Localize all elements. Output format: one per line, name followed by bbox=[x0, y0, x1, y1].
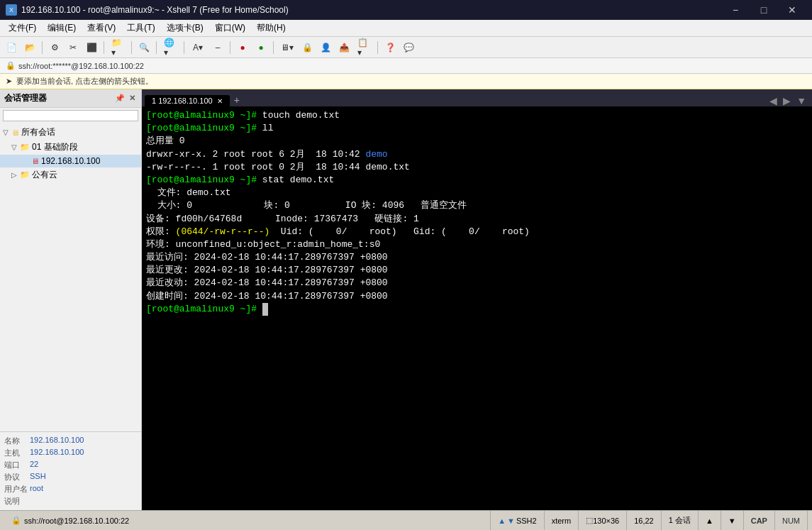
toolbar-sep-1 bbox=[42, 41, 43, 54]
tab-nav-next[interactable]: ▶ bbox=[780, 95, 794, 106]
tab-nav-menu[interactable]: ▼ bbox=[794, 95, 809, 106]
num-badge: NUM bbox=[782, 517, 800, 525]
toolbar-sep-7 bbox=[273, 41, 274, 54]
sidebar-search-input[interactable] bbox=[3, 110, 138, 121]
status-sessions-text: 1 会话 bbox=[669, 515, 691, 526]
status-nav-down[interactable]: ▼ bbox=[721, 511, 744, 530]
tab-session-1[interactable]: 1 192.168.10.100 ✕ bbox=[145, 95, 230, 106]
status-term: xterm bbox=[545, 511, 579, 530]
sidebar: 会话管理器 📌 ✕ ▽ 🖥 所有会话 ▽ 📁 01 基础阶段 bbox=[0, 89, 142, 510]
toolbar-btn-6[interactable]: 🔍 bbox=[135, 40, 152, 55]
toolbar-btn-9[interactable]: – bbox=[209, 40, 226, 55]
menu-bar: 文件(F) 编辑(E) 查看(V) 工具(T) 选项卡(B) 窗口(W) 帮助(… bbox=[0, 20, 812, 37]
status-nav-up[interactable]: ▲ bbox=[699, 511, 721, 530]
status-term-text: xterm bbox=[552, 517, 572, 525]
status-protocol-text: SSH2 bbox=[516, 517, 537, 525]
tab-bar: 1 192.168.10.100 ✕ + ◀ ▶ ▼ bbox=[142, 89, 812, 106]
open-button[interactable]: 📂 bbox=[21, 40, 38, 55]
server-icon: 🖥 bbox=[31, 157, 39, 165]
status-pos-text: 16,22 bbox=[634, 517, 654, 525]
toolbar-btn-7[interactable]: 🌐▾ bbox=[160, 40, 180, 55]
menu-edit[interactable]: 编辑(E) bbox=[42, 21, 82, 35]
maximize-button[interactable]: □ bbox=[750, 0, 778, 20]
sidebar-pin-button[interactable]: 📌 bbox=[113, 94, 126, 103]
conn-label-port: 端口 bbox=[4, 460, 30, 470]
tree-item-all-sessions[interactable]: ▽ 🖥 所有会话 bbox=[0, 125, 141, 140]
tab-label-1: 1 192.168.10.100 bbox=[152, 96, 213, 105]
tree-label-server: 192.168.10.100 bbox=[41, 156, 100, 166]
conn-row-name: 名称 192.168.10.100 bbox=[0, 435, 141, 447]
menu-file[interactable]: 文件(F) bbox=[3, 21, 42, 35]
toolbar-sep-2 bbox=[104, 41, 104, 54]
toolbar-btn-12[interactable]: 👤 bbox=[317, 40, 334, 55]
toolbar-btn-red[interactable]: ● bbox=[234, 40, 251, 55]
main-area: 会话管理器 📌 ✕ ▽ 🖥 所有会话 ▽ 📁 01 基础阶段 bbox=[0, 89, 812, 510]
window-title: 192.168.10.100 - root@almalinux9:~ - Xsh… bbox=[21, 5, 289, 15]
status-protocol: ▲ ▼ SSH2 bbox=[491, 511, 545, 530]
toolbar: 📄 📂 ⚙ ✂ ⬛ 📁▾ 🔍 🌐▾ A▾ – ● ● 🖥▾ 🔒 👤 📤 📋▾ ❓… bbox=[0, 37, 812, 58]
toolbar-btn-green[interactable]: ● bbox=[252, 40, 269, 55]
new-session-button[interactable]: 📄 bbox=[3, 40, 20, 55]
conn-label-name: 名称 bbox=[4, 436, 30, 446]
status-bar: 🔒 ssh://root@192.168.10.100:22 ▲ ▼ SSH2 … bbox=[0, 510, 812, 530]
menu-view[interactable]: 查看(V) bbox=[82, 21, 121, 35]
status-path: 🔒 ssh://root@192.168.10.100:22 bbox=[4, 511, 491, 530]
toolbar-sep-5 bbox=[184, 41, 184, 54]
tree-item-cloud[interactable]: ▷ 📁 公有云 bbox=[0, 167, 141, 182]
tab-add-button[interactable]: + bbox=[230, 94, 244, 106]
toolbar-btn-15[interactable]: 💬 bbox=[400, 40, 417, 55]
expand-icon-cloud: ▷ bbox=[11, 171, 20, 179]
menu-help[interactable]: 帮助(H) bbox=[251, 21, 291, 35]
address-bar: 🔒 ssh://root:******@192.168.10.100:22 bbox=[0, 58, 812, 74]
toolbar-btn-11[interactable]: 🔒 bbox=[299, 40, 316, 55]
tree-item-basics[interactable]: ▽ 📁 01 基础阶段 bbox=[0, 140, 141, 155]
conn-row-username: 用户名 root bbox=[0, 483, 141, 495]
notif-bar: ➤ 要添加当前会话, 点击左侧的箭头按钮。 bbox=[0, 74, 812, 89]
toolbar-sep-3 bbox=[131, 41, 132, 54]
menu-window[interactable]: 窗口(W) bbox=[209, 21, 251, 35]
status-cap: CAP bbox=[744, 511, 775, 530]
expand-icon-basics: ▽ bbox=[11, 143, 20, 151]
conn-label-host: 主机 bbox=[4, 448, 30, 458]
conn-value-host: 192.168.10.100 bbox=[30, 448, 84, 458]
session-tree: ▽ 🖥 所有会话 ▽ 📁 01 基础阶段 🖥 192.168.10.100 ▷ … bbox=[0, 123, 141, 431]
terminal-area: 1 192.168.10.100 ✕ + ◀ ▶ ▼ [root@almalin… bbox=[142, 89, 812, 510]
toolbar-btn-4[interactable]: ⬛ bbox=[83, 40, 100, 55]
minimize-button[interactable]: − bbox=[721, 0, 750, 20]
cap-badge: CAP bbox=[751, 517, 767, 525]
title-bar: X 192.168.10.100 - root@almalinux9:~ - X… bbox=[0, 0, 812, 20]
address-text: ssh://root:******@192.168.10.100:22 bbox=[18, 62, 144, 70]
lock-icon: 🔒 bbox=[6, 61, 16, 70]
close-button[interactable]: ✕ bbox=[778, 0, 806, 20]
tab-close-1[interactable]: ✕ bbox=[217, 97, 223, 105]
conn-label-protocol: 协议 bbox=[4, 472, 30, 482]
conn-value-protocol: SSH bbox=[30, 472, 46, 482]
toolbar-btn-10[interactable]: 🖥▾ bbox=[277, 40, 297, 55]
menu-tabs[interactable]: 选项卡(B) bbox=[161, 21, 209, 35]
status-up-arrow-icon: ▲ bbox=[706, 517, 713, 525]
tree-label-cloud: 公有云 bbox=[32, 169, 57, 181]
toolbar-btn-13[interactable]: 📤 bbox=[335, 40, 352, 55]
folder-icon-cloud: 📁 bbox=[20, 170, 30, 180]
tree-item-server[interactable]: 🖥 192.168.10.100 bbox=[0, 155, 141, 167]
menu-tools[interactable]: 工具(T) bbox=[121, 21, 160, 35]
status-dim-icon: ⬚ bbox=[586, 516, 593, 525]
terminal-content[interactable]: [root@almalinux9 ~]# touch demo.txt [roo… bbox=[142, 106, 812, 510]
toolbar-btn-8[interactable]: A▾ bbox=[188, 40, 208, 55]
sidebar-close-button[interactable]: ✕ bbox=[128, 94, 137, 103]
conn-value-username: root bbox=[30, 484, 43, 495]
conn-row-port: 端口 22 bbox=[0, 459, 141, 471]
sidebar-title: 会话管理器 bbox=[4, 92, 47, 104]
connection-info: 名称 192.168.10.100 主机 192.168.10.100 端口 2… bbox=[0, 431, 141, 510]
conn-row-note: 说明 bbox=[0, 495, 141, 507]
toolbar-btn-5[interactable]: 📁▾ bbox=[108, 40, 128, 55]
toolbar-btn-2[interactable]: ⚙ bbox=[46, 40, 63, 55]
folder-icon-basics: 📁 bbox=[20, 143, 30, 152]
status-lock-icon: 🔒 bbox=[11, 516, 21, 525]
toolbar-btn-3[interactable]: ✂ bbox=[65, 40, 82, 55]
conn-value-port: 22 bbox=[30, 460, 38, 470]
conn-row-protocol: 协议 SSH bbox=[0, 471, 141, 483]
toolbar-btn-14[interactable]: 📋▾ bbox=[354, 40, 374, 55]
help-button[interactable]: ❓ bbox=[382, 40, 399, 55]
tab-nav-prev[interactable]: ◀ bbox=[767, 95, 780, 106]
